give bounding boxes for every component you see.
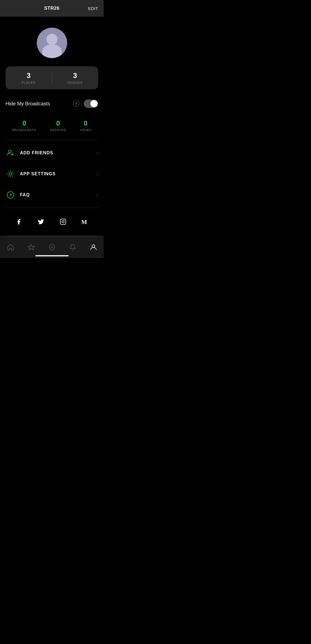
- nav-item-shield[interactable]: [41, 236, 62, 258]
- friends-stat[interactable]: 3 FRIENDS: [52, 71, 98, 84]
- svg-text:M: M: [81, 218, 87, 225]
- toggle-knob: [90, 100, 98, 107]
- avatar-person: [37, 28, 67, 58]
- nav-item-profile[interactable]: [83, 236, 104, 258]
- verified-count: 0: [50, 119, 66, 127]
- app-settings-icon: [6, 169, 15, 179]
- app-settings-label: APP SETTINGS: [20, 171, 96, 176]
- app-settings-chevron: ›: [96, 171, 98, 177]
- faq-label: FAQ: [20, 192, 96, 197]
- verified-count-item: 0 VERIFIED: [50, 119, 66, 132]
- medium-icon[interactable]: M: [80, 216, 91, 227]
- svg-point-11: [51, 246, 53, 248]
- hide-broadcasts-row: Hide My Broadcasts ?: [0, 96, 104, 111]
- home-icon: [7, 244, 14, 251]
- hide-broadcasts-label: Hide My Broadcasts: [6, 101, 71, 107]
- twitter-icon[interactable]: [35, 216, 46, 227]
- menu-item-faq[interactable]: ? FAQ ›: [0, 184, 104, 205]
- views-count-item: 0 VIEWS: [80, 119, 91, 132]
- avatar-section: [0, 17, 104, 66]
- hide-broadcasts-toggle[interactable]: [84, 100, 98, 108]
- broadcasts-label: BROADCASTS: [12, 128, 36, 132]
- svg-point-8: [64, 220, 65, 221]
- nav-item-home[interactable]: [0, 236, 21, 258]
- menu-item-add-friends[interactable]: ADD FRIENDS ›: [0, 142, 104, 163]
- places-count: 3: [6, 71, 52, 80]
- add-friends-label: ADD FRIENDS: [20, 150, 96, 155]
- header-title: STR26: [44, 6, 59, 11]
- notifications-icon: [69, 244, 76, 251]
- stats-bar: 3 PLACES 3 FRIENDS: [6, 66, 98, 89]
- menu-list: ADD FRIENDS › APP SETTINGS › ?: [0, 140, 104, 208]
- views-count: 0: [80, 119, 91, 127]
- social-row: M: [0, 208, 104, 236]
- menu-item-app-settings[interactable]: APP SETTINGS ›: [0, 163, 104, 184]
- broadcasts-count: 0: [12, 119, 36, 127]
- places-stat[interactable]: 3 PLACES: [6, 71, 52, 84]
- add-friends-chevron: ›: [96, 150, 98, 156]
- places-label: PLACES: [6, 81, 52, 84]
- friends-label: FRIENDS: [52, 81, 98, 84]
- avatar-body: [42, 44, 62, 58]
- svg-point-0: [8, 150, 11, 153]
- activity-icon: [28, 244, 35, 251]
- bottom-nav: [0, 236, 104, 258]
- svg-marker-10: [28, 244, 35, 250]
- shield-icon: [48, 244, 56, 251]
- friends-count: 3: [52, 71, 98, 80]
- add-friends-icon: [6, 148, 15, 158]
- verified-label: VERIFIED: [50, 128, 66, 132]
- avatar-head: [46, 34, 58, 45]
- views-label: VIEWS: [80, 128, 91, 132]
- faq-icon: ?: [6, 190, 15, 200]
- help-icon[interactable]: ?: [73, 101, 79, 107]
- profile-icon: [90, 244, 97, 251]
- edit-button[interactable]: EDIT: [88, 6, 98, 11]
- avatar[interactable]: [37, 28, 67, 58]
- instagram-icon[interactable]: [58, 216, 69, 227]
- main-content: 3 PLACES 3 FRIENDS Hide My Broadcasts ? …: [0, 17, 104, 236]
- nav-item-activity[interactable]: [21, 236, 41, 258]
- home-indicator: [35, 255, 69, 256]
- svg-point-3: [9, 173, 12, 175]
- app-header: STR26 EDIT: [0, 0, 104, 17]
- svg-rect-6: [60, 219, 66, 225]
- faq-chevron: ›: [96, 192, 98, 198]
- broadcasts-count-item: 0 BROADCASTS: [12, 119, 36, 132]
- facebook-icon[interactable]: [13, 216, 24, 227]
- svg-text:?: ?: [9, 193, 12, 197]
- nav-item-notifications[interactable]: [62, 236, 83, 258]
- svg-point-12: [92, 245, 95, 247]
- svg-point-7: [62, 221, 64, 223]
- broadcast-stats: 0 BROADCASTS 0 VERIFIED 0 VIEWS: [0, 114, 104, 140]
